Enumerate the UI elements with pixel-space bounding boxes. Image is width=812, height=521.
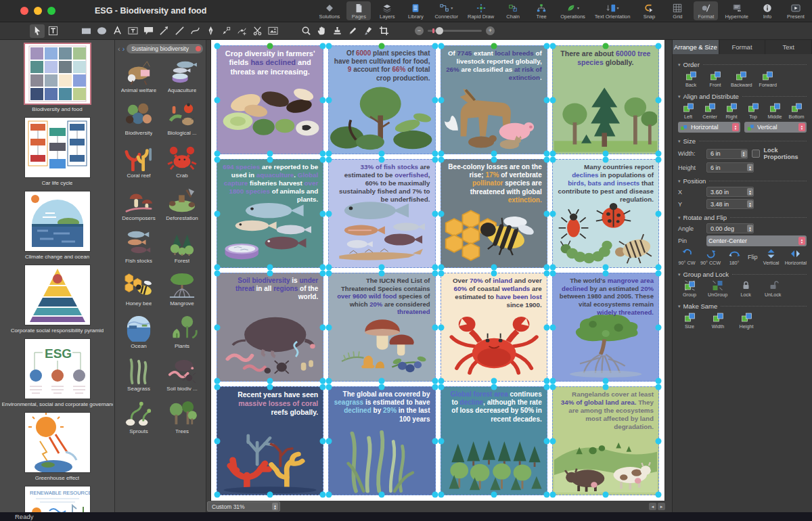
decomposers-icon[interactable] <box>122 185 156 215</box>
text-tool[interactable] <box>110 24 125 38</box>
seagrass-icon[interactable] <box>122 356 156 386</box>
selection-handle[interactable] <box>602 43 608 49</box>
infographic-tile-2[interactable]: Of 6000 plant species that have been cul… <box>328 45 435 154</box>
toolbar-button-grid[interactable]: Grid <box>665 1 690 20</box>
tab-format[interactable]: Format <box>719 40 766 54</box>
infographic-tile-4[interactable]: There are about 60000 tree species globa… <box>552 45 659 154</box>
middle-align-button[interactable]: Middle <box>766 102 784 120</box>
toolbar-button-rapid-draw[interactable]: Rapid Draw <box>465 1 497 20</box>
rectangle-tool[interactable] <box>78 24 93 38</box>
size-section-header[interactable]: ▾ Size <box>678 137 807 145</box>
minimize-window-icon[interactable] <box>34 7 42 15</box>
selection-handle[interactable] <box>320 438 326 444</box>
group-button[interactable]: Group <box>681 280 698 298</box>
canvas-page[interactable]: Crop diversity in farmers' fields has de… <box>211 40 664 501</box>
infographic-tile-5[interactable]: 694 species are reported to be used in a… <box>217 159 323 268</box>
page-thumbnail-image[interactable]: ESG <box>25 339 90 399</box>
selection-handle[interactable] <box>438 265 444 271</box>
selection-handle[interactable] <box>432 378 438 384</box>
library-item-fish-stocks[interactable]: Fish stocks <box>117 228 160 269</box>
selection-handle[interactable] <box>432 210 438 217</box>
infographic-tile-1[interactable]: Crop diversity in farmers' fields has de… <box>217 45 323 154</box>
toolbar-button-present[interactable]: Present <box>784 1 808 20</box>
page-thumbnail-4[interactable]: Corporate social responsibility pyramid <box>0 265 114 334</box>
selection-handle[interactable] <box>326 43 332 49</box>
selection-handle[interactable] <box>549 271 556 277</box>
library-item-biological[interactable]: Biological ... <box>160 100 204 141</box>
pen-tool[interactable] <box>203 24 218 38</box>
selection-handle[interactable] <box>320 265 326 271</box>
ellipse-tool[interactable] <box>94 24 109 38</box>
field-stepper-icon[interactable]: ▴▾ <box>747 164 753 171</box>
order-section-header[interactable]: ▾ Order <box>678 61 807 68</box>
selection-handle[interactable] <box>491 265 497 271</box>
crop-tool[interactable] <box>376 24 391 38</box>
selection-handle[interactable] <box>379 384 385 390</box>
backward-button[interactable]: Backward <box>731 70 752 88</box>
selection-handle[interactable] <box>215 210 221 217</box>
pin-select[interactable]: Center-Center ▴▾ <box>706 235 807 246</box>
ungroup-button[interactable]: UnGroup <box>708 280 727 298</box>
infographic-tile-16[interactable]: Rangelands cover at least 34% of global … <box>552 386 659 495</box>
infographic-tile-8[interactable]: Many countries report declines in popula… <box>552 159 659 268</box>
unlock-button[interactable]: UnLock <box>764 280 782 298</box>
selection-handle[interactable] <box>656 43 662 49</box>
selection-handle[interactable] <box>491 384 497 390</box>
toolbar-button-snap[interactable]: Snap <box>637 1 661 20</box>
selection-handle[interactable] <box>215 492 221 498</box>
selection-handle[interactable] <box>215 438 221 444</box>
selection-handle[interactable] <box>432 97 438 103</box>
selection-handle[interactable] <box>215 97 221 103</box>
width-input[interactable]: 6 in ▴▾ <box>706 149 748 159</box>
library-item-seagrass[interactable]: Seagrass <box>117 356 160 397</box>
selection-handle[interactable] <box>491 492 497 498</box>
selection-handle[interactable] <box>320 324 326 330</box>
select-tool[interactable] <box>30 24 45 38</box>
page-thumbnail-5[interactable]: ESG Environmental, social and corporate … <box>0 339 114 407</box>
selection-handle[interactable] <box>549 265 556 271</box>
y-input[interactable]: 3.48 in ▴▾ <box>706 199 754 209</box>
biological-icon[interactable] <box>165 100 199 130</box>
selection-handle[interactable] <box>549 324 556 330</box>
infographic-tile-6[interactable]: 33% of fish stocks are estimated to be o… <box>328 159 435 268</box>
angle-input[interactable]: 0.00 deg ▴▾ <box>706 223 754 233</box>
group-section-header[interactable]: ▾ Group and Lock <box>678 271 807 278</box>
toolbar-button-chain[interactable]: Chain <box>501 1 525 20</box>
selection-handle[interactable] <box>267 157 273 163</box>
selection-handle[interactable] <box>320 97 326 103</box>
infographic-tile-14[interactable]: The global area covered by seagrass is e… <box>328 386 435 495</box>
close-window-icon[interactable] <box>20 7 28 15</box>
library-item-animal-welfare[interactable]: Animal welfare <box>117 58 160 99</box>
selection-handle[interactable] <box>543 384 549 390</box>
center-align-button[interactable]: Center <box>701 102 719 120</box>
page-thumbnail-image[interactable] <box>25 118 90 177</box>
selection-handle[interactable] <box>549 378 556 384</box>
library-item-sprouts[interactable]: Sprouts <box>117 399 160 440</box>
selection-handle[interactable] <box>549 492 556 498</box>
toolbar-button-text-orientation[interactable]: ▾ Text Orientation <box>592 1 633 20</box>
selection-handle[interactable] <box>549 97 556 103</box>
aquaculture-icon[interactable] <box>165 58 199 87</box>
selection-handle[interactable] <box>432 324 438 330</box>
selection-handle[interactable] <box>215 324 221 330</box>
selection-handle[interactable] <box>326 378 332 384</box>
selection-handle[interactable] <box>491 271 497 277</box>
page-thumbnail-image[interactable] <box>25 413 90 472</box>
distribute-horizontal-select[interactable]: Horizontal ▴▾ <box>678 122 740 133</box>
page-thumbnail-1[interactable]: Biodiversity and food <box>0 44 114 112</box>
selection-handle[interactable] <box>215 271 221 277</box>
library-close-icon[interactable] <box>196 46 201 51</box>
page-thumbnail-image[interactable] <box>25 265 90 325</box>
selection-handle[interactable] <box>549 210 556 217</box>
infographic-tile-12[interactable]: The world's mangrove area declined by an… <box>552 273 659 382</box>
selection-handle[interactable] <box>432 43 438 49</box>
selection-handle[interactable] <box>326 324 332 330</box>
zoom-slider-track[interactable] <box>428 30 482 32</box>
rotate-180--button[interactable]: 180° <box>725 248 743 266</box>
library-item-crab[interactable]: Crab <box>160 143 204 184</box>
selection-handle[interactable] <box>379 157 385 163</box>
fish-stocks-icon[interactable] <box>122 228 156 258</box>
distribute-vertical-select[interactable]: Vertical ▴▾ <box>744 122 807 133</box>
selection-handle[interactable] <box>320 271 326 277</box>
selection-handle[interactable] <box>438 151 444 157</box>
